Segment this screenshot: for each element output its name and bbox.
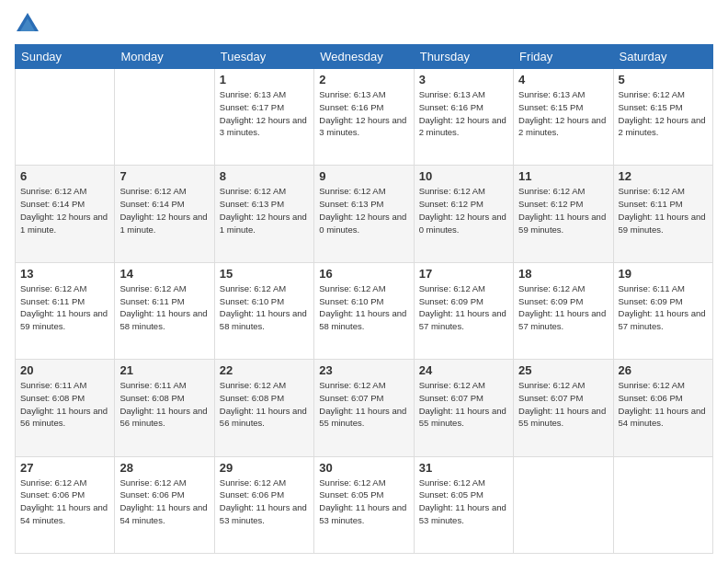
day-info: Sunrise: 6:12 AM Sunset: 6:05 PM Dayligh… — [319, 477, 408, 527]
day-number: 8 — [220, 169, 309, 183]
day-number: 13 — [20, 267, 109, 281]
day-number: 31 — [419, 461, 508, 475]
day-info: Sunrise: 6:12 AM Sunset: 6:06 PM Dayligh… — [220, 477, 309, 527]
day-cell: 13Sunrise: 6:12 AM Sunset: 6:11 PM Dayli… — [16, 262, 115, 359]
day-number: 19 — [619, 267, 708, 281]
day-cell: 18Sunrise: 6:12 AM Sunset: 6:09 PM Dayli… — [514, 262, 613, 359]
day-cell: 31Sunrise: 6:12 AM Sunset: 6:05 PM Dayli… — [414, 456, 513, 553]
header-row: SundayMondayTuesdayWednesdayThursdayFrid… — [16, 45, 713, 69]
day-cell: 20Sunrise: 6:11 AM Sunset: 6:08 PM Dayli… — [16, 360, 115, 456]
day-info: Sunrise: 6:12 AM Sunset: 6:11 PM Dayligh… — [119, 282, 209, 333]
day-cell: 15Sunrise: 6:12 AM Sunset: 6:10 PM Dayli… — [214, 262, 313, 359]
calendar-table: SundayMondayTuesdayWednesdayThursdayFrid… — [15, 44, 713, 554]
day-number: 11 — [518, 169, 608, 183]
day-cell: 2Sunrise: 6:13 AM Sunset: 6:16 PM Daylig… — [314, 69, 414, 166]
day-header: Saturday — [613, 45, 712, 69]
page: SundayMondayTuesdayWednesdayThursdayFrid… — [0, 0, 728, 563]
day-cell: 7Sunrise: 6:12 AM Sunset: 6:14 PM Daylig… — [115, 166, 214, 262]
day-cell: 12Sunrise: 6:12 AM Sunset: 6:11 PM Dayli… — [613, 166, 712, 262]
day-cell: 1Sunrise: 6:13 AM Sunset: 6:17 PM Daylig… — [214, 69, 313, 166]
day-cell: 24Sunrise: 6:12 AM Sunset: 6:07 PM Dayli… — [414, 360, 513, 456]
day-info: Sunrise: 6:12 AM Sunset: 6:07 PM Dayligh… — [419, 379, 508, 430]
day-number: 5 — [619, 73, 708, 86]
week-row: 6Sunrise: 6:12 AM Sunset: 6:14 PM Daylig… — [16, 166, 713, 262]
day-info: Sunrise: 6:13 AM Sunset: 6:15 PM Dayligh… — [518, 88, 608, 139]
day-info: Sunrise: 6:12 AM Sunset: 6:11 PM Dayligh… — [20, 282, 109, 333]
day-info: Sunrise: 6:11 AM Sunset: 6:09 PM Dayligh… — [619, 282, 708, 333]
day-info: Sunrise: 6:12 AM Sunset: 6:06 PM Dayligh… — [619, 379, 708, 430]
day-header: Friday — [514, 45, 613, 69]
day-cell: 21Sunrise: 6:11 AM Sunset: 6:08 PM Dayli… — [115, 360, 214, 456]
day-cell: 26Sunrise: 6:12 AM Sunset: 6:06 PM Dayli… — [613, 360, 712, 456]
day-number: 12 — [619, 169, 708, 183]
day-number: 6 — [20, 169, 109, 183]
week-row: 1Sunrise: 6:13 AM Sunset: 6:17 PM Daylig… — [16, 69, 713, 166]
day-cell: 27Sunrise: 6:12 AM Sunset: 6:06 PM Dayli… — [16, 456, 115, 553]
day-cell: 6Sunrise: 6:12 AM Sunset: 6:14 PM Daylig… — [16, 166, 115, 262]
day-number: 30 — [319, 461, 408, 475]
day-number: 24 — [419, 363, 508, 377]
day-info: Sunrise: 6:13 AM Sunset: 6:17 PM Dayligh… — [220, 88, 309, 139]
day-cell: 14Sunrise: 6:12 AM Sunset: 6:11 PM Dayli… — [115, 262, 214, 359]
day-cell: 3Sunrise: 6:13 AM Sunset: 6:16 PM Daylig… — [414, 69, 513, 166]
day-info: Sunrise: 6:12 AM Sunset: 6:05 PM Dayligh… — [419, 477, 508, 527]
day-number: 9 — [319, 169, 408, 183]
day-number: 1 — [220, 73, 309, 86]
day-number: 29 — [220, 461, 309, 475]
day-info: Sunrise: 6:11 AM Sunset: 6:08 PM Dayligh… — [20, 379, 109, 430]
day-info: Sunrise: 6:13 AM Sunset: 6:16 PM Dayligh… — [419, 88, 508, 139]
day-number: 23 — [319, 363, 408, 377]
day-info: Sunrise: 6:12 AM Sunset: 6:13 PM Dayligh… — [220, 185, 309, 236]
day-info: Sunrise: 6:12 AM Sunset: 6:08 PM Dayligh… — [220, 379, 309, 430]
day-info: Sunrise: 6:11 AM Sunset: 6:08 PM Dayligh… — [119, 379, 209, 430]
day-cell: 29Sunrise: 6:12 AM Sunset: 6:06 PM Dayli… — [214, 456, 313, 553]
day-info: Sunrise: 6:12 AM Sunset: 6:12 PM Dayligh… — [518, 185, 608, 236]
day-number: 27 — [20, 461, 109, 475]
day-cell: 16Sunrise: 6:12 AM Sunset: 6:10 PM Dayli… — [314, 262, 414, 359]
day-number: 26 — [619, 363, 708, 377]
day-info: Sunrise: 6:12 AM Sunset: 6:10 PM Dayligh… — [319, 282, 408, 333]
day-info: Sunrise: 6:12 AM Sunset: 6:06 PM Dayligh… — [20, 477, 109, 527]
day-info: Sunrise: 6:12 AM Sunset: 6:11 PM Dayligh… — [619, 185, 708, 236]
day-info: Sunrise: 6:12 AM Sunset: 6:06 PM Dayligh… — [119, 477, 209, 527]
day-number: 14 — [119, 267, 209, 281]
day-number: 16 — [319, 267, 408, 281]
day-cell: 4Sunrise: 6:13 AM Sunset: 6:15 PM Daylig… — [514, 69, 613, 166]
day-cell — [514, 456, 613, 553]
day-cell: 19Sunrise: 6:11 AM Sunset: 6:09 PM Dayli… — [613, 262, 712, 359]
day-cell — [16, 69, 115, 166]
day-header: Thursday — [414, 45, 513, 69]
day-cell — [115, 69, 214, 166]
week-row: 27Sunrise: 6:12 AM Sunset: 6:06 PM Dayli… — [16, 456, 713, 553]
logo-icon — [15, 11, 40, 37]
day-cell: 9Sunrise: 6:12 AM Sunset: 6:13 PM Daylig… — [314, 166, 414, 262]
day-info: Sunrise: 6:12 AM Sunset: 6:14 PM Dayligh… — [119, 185, 209, 236]
day-header: Sunday — [16, 45, 115, 69]
day-number: 10 — [419, 169, 508, 183]
day-number: 15 — [220, 267, 309, 281]
day-info: Sunrise: 6:12 AM Sunset: 6:09 PM Dayligh… — [419, 282, 508, 333]
day-number: 25 — [518, 363, 608, 377]
day-number: 21 — [119, 363, 209, 377]
logo — [15, 11, 44, 37]
day-info: Sunrise: 6:12 AM Sunset: 6:13 PM Dayligh… — [319, 185, 408, 236]
day-info: Sunrise: 6:12 AM Sunset: 6:09 PM Dayligh… — [518, 282, 608, 333]
day-number: 28 — [119, 461, 209, 475]
day-info: Sunrise: 6:12 AM Sunset: 6:12 PM Dayligh… — [419, 185, 508, 236]
day-header: Tuesday — [214, 45, 313, 69]
day-cell: 11Sunrise: 6:12 AM Sunset: 6:12 PM Dayli… — [514, 166, 613, 262]
day-number: 18 — [518, 267, 608, 281]
day-number: 17 — [419, 267, 508, 281]
day-info: Sunrise: 6:12 AM Sunset: 6:07 PM Dayligh… — [319, 379, 408, 430]
day-info: Sunrise: 6:12 AM Sunset: 6:15 PM Dayligh… — [619, 88, 708, 139]
day-cell: 30Sunrise: 6:12 AM Sunset: 6:05 PM Dayli… — [314, 456, 414, 553]
day-number: 4 — [518, 73, 608, 86]
day-cell: 17Sunrise: 6:12 AM Sunset: 6:09 PM Dayli… — [414, 262, 513, 359]
week-row: 20Sunrise: 6:11 AM Sunset: 6:08 PM Dayli… — [16, 360, 713, 456]
day-cell: 5Sunrise: 6:12 AM Sunset: 6:15 PM Daylig… — [613, 69, 712, 166]
week-row: 13Sunrise: 6:12 AM Sunset: 6:11 PM Dayli… — [16, 262, 713, 359]
day-header: Monday — [115, 45, 214, 69]
day-cell: 22Sunrise: 6:12 AM Sunset: 6:08 PM Dayli… — [214, 360, 313, 456]
day-cell — [613, 456, 712, 553]
day-info: Sunrise: 6:12 AM Sunset: 6:14 PM Dayligh… — [20, 185, 109, 236]
